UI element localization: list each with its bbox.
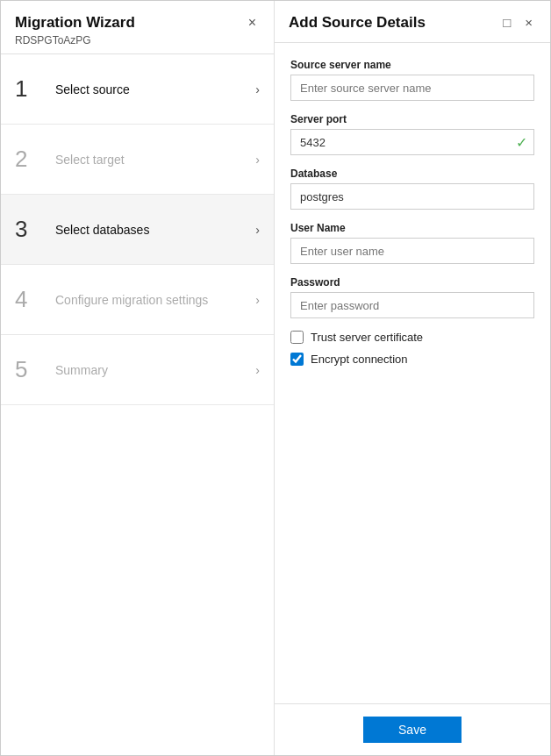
step-1-label: Select source [55, 82, 255, 96]
save-button[interactable]: Save [363, 717, 462, 743]
source-server-name-input[interactable] [290, 75, 534, 101]
password-input[interactable] [290, 292, 534, 318]
trust-cert-label[interactable]: Trust server certificate [311, 331, 423, 344]
server-port-group: Server port ✓ [290, 113, 534, 155]
header-actions: □ × [499, 13, 536, 32]
database-group: Database [290, 168, 534, 210]
step-5-number: 5 [15, 356, 47, 383]
step-3-label: Select databases [55, 223, 255, 237]
step-5-label: Summary [55, 363, 255, 377]
right-content: Source server name Server port ✓ Databas… [275, 43, 550, 703]
step-3-chevron: › [255, 223, 260, 237]
left-header: Migration Wizard × RDSPGToAzPG [1, 1, 274, 54]
right-header: Add Source Details □ × [275, 1, 550, 43]
encrypt-connection-label[interactable]: Encrypt connection [311, 353, 408, 366]
step-select-source[interactable]: 1 Select source › [1, 54, 274, 125]
server-port-input[interactable] [290, 129, 534, 155]
user-name-group: User Name [290, 222, 534, 264]
step-3-number: 3 [15, 216, 47, 243]
database-input[interactable] [290, 183, 534, 210]
left-panel: Migration Wizard × RDSPGToAzPG 1 Select … [1, 1, 275, 755]
right-panel: Add Source Details □ × Source server nam… [275, 1, 550, 755]
password-label: Password [290, 276, 534, 289]
user-name-input[interactable] [290, 238, 534, 264]
step-1-chevron: › [255, 82, 260, 96]
server-port-label: Server port [290, 113, 534, 125]
trust-cert-checkbox[interactable] [290, 331, 304, 344]
step-select-databases[interactable]: 3 Select databases › [1, 195, 274, 265]
step-configure-migration[interactable]: 4 Configure migration settings › [1, 265, 274, 335]
step-2-chevron: › [255, 153, 260, 167]
database-label: Database [290, 168, 534, 180]
close-wizard-button[interactable]: × [245, 13, 260, 32]
step-5-chevron: › [255, 363, 260, 377]
step-4-chevron: › [255, 293, 260, 307]
port-check-icon: ✓ [516, 134, 527, 151]
maximize-button[interactable]: □ [499, 13, 514, 32]
step-1-number: 1 [15, 75, 47, 103]
wizard-steps: 1 Select source › 2 Select target › 3 Se… [1, 54, 274, 755]
step-select-target[interactable]: 2 Select target › [1, 125, 274, 195]
close-panel-button[interactable]: × [521, 13, 536, 32]
step-4-number: 4 [15, 286, 47, 313]
encrypt-connection-checkbox[interactable] [290, 353, 304, 366]
step-summary[interactable]: 5 Summary › [1, 335, 274, 405]
step-2-number: 2 [15, 146, 47, 173]
wizard-title: Migration Wizard [15, 14, 135, 32]
right-footer: Save [275, 703, 550, 755]
source-server-name-label: Source server name [290, 59, 534, 71]
password-group: Password [290, 276, 534, 318]
source-server-name-group: Source server name [290, 59, 534, 101]
trust-cert-group: Trust server certificate [290, 331, 534, 344]
wizard-subtitle: RDSPGToAzPG [15, 34, 260, 46]
server-port-input-wrapper: ✓ [290, 129, 534, 155]
panel-title: Add Source Details [289, 14, 426, 32]
user-name-label: User Name [290, 222, 534, 234]
step-4-label: Configure migration settings [55, 293, 255, 307]
encrypt-conn-group: Encrypt connection [290, 353, 534, 366]
step-2-label: Select target [55, 153, 255, 167]
